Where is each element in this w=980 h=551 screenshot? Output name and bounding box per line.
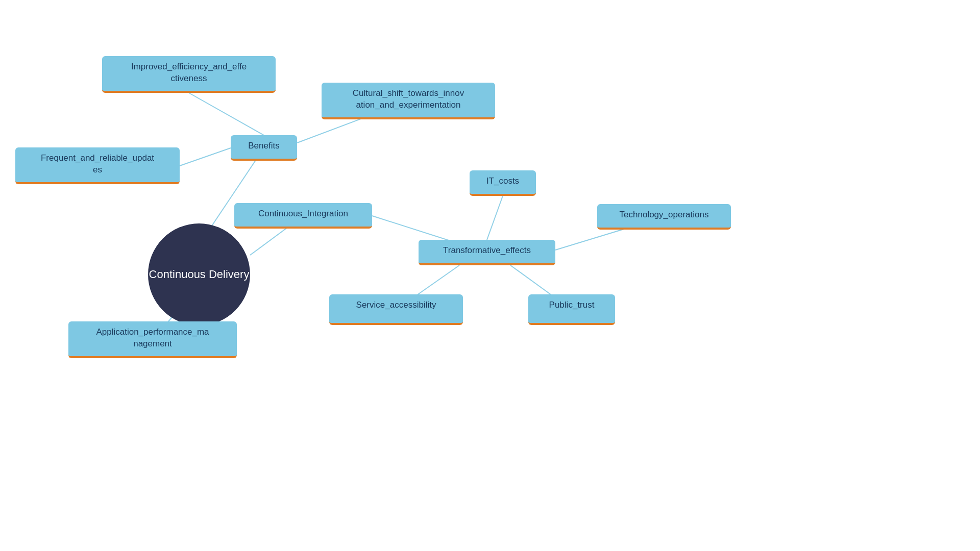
node-transformative: Transformative_effects — [419, 240, 555, 265]
node-app_performance: Application_performance_ma nagement — [68, 321, 237, 358]
center-node: Continuous Delivery — [148, 223, 250, 325]
svg-line-1 — [189, 93, 264, 135]
node-service_accessibility: Service_accessibility — [329, 294, 463, 325]
node-cultural: Cultural_shift_towards_innov ation_and_e… — [322, 83, 495, 119]
svg-line-6 — [487, 196, 503, 240]
node-it_costs: IT_costs — [470, 170, 536, 196]
node-public_trust: Public_trust — [528, 294, 615, 325]
mind-map-container: Continuous DeliveryBenefitsImproved_effi… — [0, 0, 980, 551]
node-frequent: Frequent_and_reliable_updat es — [15, 147, 180, 184]
node-improved: Improved_efficiency_and_effe ctiveness — [102, 56, 276, 93]
node-benefits: Benefits — [231, 135, 297, 161]
node-continuous_integration: Continuous_Integration — [234, 203, 372, 229]
node-technology_operations: Technology_operations — [597, 204, 731, 230]
svg-line-2 — [180, 148, 231, 166]
